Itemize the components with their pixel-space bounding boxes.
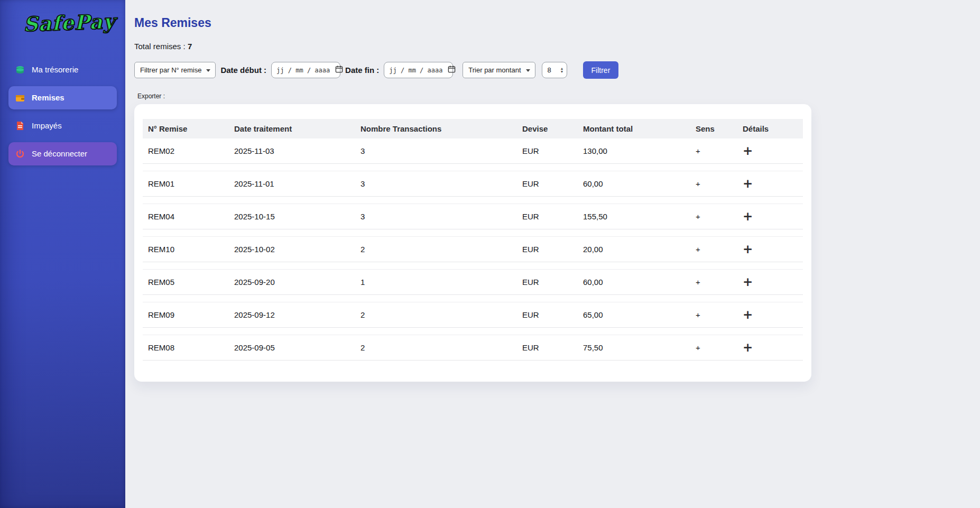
transactions-cell: 3 [355, 179, 517, 188]
app-root: SafePay Ma trésorerie Remises Impayés [0, 0, 980, 508]
date-fin-placeholder: jj / mm / aaaa [389, 67, 442, 74]
details-expand-icon[interactable]: + [743, 177, 753, 190]
transactions-cell: 2 [355, 343, 517, 352]
header-nombre-transactions: Nombre Transactions [355, 124, 517, 133]
transactions-cell: 2 [355, 310, 517, 319]
remise-cell: REM01 [143, 179, 229, 188]
header-details: Détails [737, 124, 803, 133]
sens-cell: + [690, 179, 737, 188]
montant-cell: 60,00 [578, 179, 690, 188]
page-title: Mes Remises [134, 16, 959, 30]
treasury-coins-icon [15, 64, 25, 75]
sidebar-item-tresorerie[interactable]: Ma trésorerie [8, 58, 117, 81]
filter-button[interactable]: Filtrer [583, 61, 619, 79]
date-fin-input[interactable]: jj / mm / aaaa [384, 62, 453, 78]
header-date-traitement: Date traitement [229, 124, 355, 133]
montant-cell: 130,00 [578, 146, 690, 155]
devise-cell: EUR [517, 343, 578, 352]
sidebar-item-logout[interactable]: Se déconnecter [8, 142, 117, 165]
power-icon [15, 149, 25, 159]
montant-cell: 65,00 [578, 310, 690, 319]
details-expand-icon[interactable]: + [743, 308, 753, 321]
date-traitement-cell: 2025-10-15 [229, 212, 355, 221]
row-spacer [143, 262, 803, 270]
sens-cell: + [690, 343, 737, 352]
export-label[interactable]: Exporter : [137, 93, 959, 100]
sens-cell: + [690, 278, 737, 287]
transactions-cell: 1 [355, 278, 517, 287]
table-row: REM092025-09-122EUR65,00++ [143, 302, 803, 328]
row-spacer [143, 164, 803, 171]
header-montant-total: Montant total [578, 124, 690, 133]
details-cell: + [737, 145, 803, 157]
sens-cell: + [690, 146, 737, 155]
details-cell: + [737, 276, 803, 288]
sens-cell: + [690, 245, 737, 254]
details-expand-icon[interactable]: + [743, 209, 753, 223]
sidebar-item-label: Ma trésorerie [32, 65, 78, 74]
main-content: Mes Remises Total remises : 7 Filtrer pa… [125, 0, 980, 508]
header-remise: N° Remise [143, 124, 229, 133]
sens-cell: + [690, 310, 737, 319]
devise-cell: EUR [517, 212, 578, 221]
total-remises: Total remises : 7 [134, 42, 959, 51]
remises-table-card: N° Remise Date traitement Nombre Transac… [134, 104, 811, 382]
sens-cell: + [690, 212, 737, 221]
remise-cell: REM10 [143, 245, 229, 254]
remise-cell: REM04 [143, 212, 229, 221]
logo-text-pay: Pay [74, 9, 116, 34]
remise-cell: REM09 [143, 310, 229, 319]
table-row: REM102025-10-022EUR20,00++ [143, 237, 803, 262]
date-debut-input[interactable]: jj / mm / aaaa [271, 62, 340, 78]
details-expand-icon[interactable]: + [743, 275, 753, 289]
date-traitement-cell: 2025-09-12 [229, 310, 355, 319]
date-fin-label: Date fin : [345, 66, 379, 75]
transactions-cell: 2 [355, 245, 517, 254]
row-spacer [143, 328, 803, 335]
devise-cell: EUR [517, 278, 578, 287]
details-expand-icon[interactable]: + [743, 242, 753, 256]
header-sens: Sens [690, 124, 737, 133]
page-size-value: 8 [548, 66, 551, 74]
remise-cell: REM08 [143, 343, 229, 352]
calendar-icon[interactable] [335, 65, 343, 75]
header-devise: Devise [517, 124, 578, 133]
number-stepper-icon[interactable]: ▲▼ [560, 67, 564, 73]
calendar-icon[interactable] [448, 65, 456, 75]
remise-cell: REM05 [143, 278, 229, 287]
remise-cell: REM02 [143, 146, 229, 155]
details-expand-icon[interactable]: + [743, 144, 753, 158]
wallet-icon [15, 93, 25, 103]
sidebar-item-impayes[interactable]: Impayés [8, 114, 117, 137]
unpaid-document-icon [15, 121, 25, 131]
sort-select[interactable]: Trier par montant [463, 62, 535, 78]
page-size-input[interactable]: 8 ▲▼ [542, 62, 567, 78]
details-cell: + [737, 243, 803, 255]
devise-cell: EUR [517, 245, 578, 254]
sidebar: SafePay Ma trésorerie Remises Impayés [0, 0, 125, 508]
row-spacer [143, 197, 803, 204]
table-body: REM022025-11-033EUR130,00++REM012025-11-… [143, 138, 803, 368]
date-traitement-cell: 2025-09-20 [229, 278, 355, 287]
remise-filter-select[interactable]: Filtrer par N° remise [134, 62, 216, 78]
transactions-cell: 3 [355, 146, 517, 155]
table-row: REM052025-09-201EUR60,00++ [143, 270, 803, 295]
row-spacer [143, 295, 803, 302]
montant-cell: 60,00 [578, 278, 690, 287]
row-spacer [143, 229, 803, 237]
logo-text-safe: Safe [23, 11, 75, 36]
filters-bar: Filtrer par N° remise Date début : jj / … [134, 61, 959, 79]
details-expand-icon[interactable]: + [743, 340, 753, 354]
table-header-row: N° Remise Date traitement Nombre Transac… [143, 119, 803, 138]
devise-cell: EUR [517, 146, 578, 155]
details-cell: + [737, 341, 803, 354]
table-row: REM012025-11-013EUR60,00++ [143, 171, 803, 197]
montant-cell: 155,50 [578, 212, 690, 221]
details-cell: + [737, 178, 803, 190]
devise-cell: EUR [517, 310, 578, 319]
table-row: REM042025-10-153EUR155,50++ [143, 204, 803, 229]
total-remises-value: 7 [188, 42, 192, 51]
sidebar-item-remises[interactable]: Remises [8, 86, 117, 109]
details-cell: + [737, 309, 803, 321]
sidebar-item-label: Se déconnecter [32, 149, 87, 158]
